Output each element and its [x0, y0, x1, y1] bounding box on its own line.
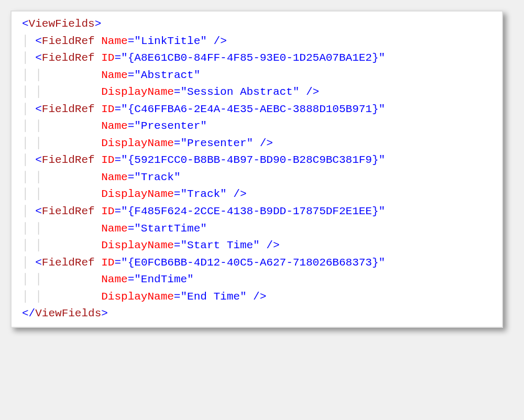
bracket: </ [22, 307, 35, 319]
equals: = [128, 223, 135, 235]
code-line: │ │ Name="StartTime" [22, 220, 497, 238]
bracket: /> [247, 291, 267, 303]
bracket: /> [253, 137, 273, 149]
bracket: /> [260, 239, 280, 251]
indent-guide: │ │ [22, 237, 101, 255]
indent-guide: │ │ [22, 271, 101, 289]
code-line: │ <FieldRef ID="{5921FCC0-B8BB-4B97-BD90… [22, 152, 497, 169]
code-line: │ │ DisplayName="Session Abstract" /> [22, 84, 497, 101]
bracket: /> [207, 35, 227, 47]
code-line: │ │ DisplayName="End Time" /> [22, 289, 497, 306]
code-line: │ │ DisplayName="Track" /> [22, 186, 497, 203]
equals: = [114, 257, 121, 269]
element-name: FieldRef [42, 35, 95, 47]
attr-value: "Track" [134, 171, 180, 183]
attr-name: DisplayName [101, 86, 174, 98]
bracket: > [95, 18, 102, 30]
equals: = [128, 120, 135, 132]
code-line: │ <FieldRef ID="{F485F624-2CCE-4138-B9DD… [22, 203, 497, 220]
indent-guide: │ [22, 33, 35, 50]
attr-name: ID [101, 154, 114, 166]
element-name: FieldRef [42, 103, 95, 115]
equals: = [128, 35, 135, 47]
equals: = [174, 137, 181, 149]
attr-name: ID [101, 257, 114, 269]
attr-value: "End Time" [180, 291, 246, 303]
equals: = [114, 154, 121, 166]
attr-value: "{E0FCB6BB-4D12-40C5-A627-718026B68373}" [121, 257, 385, 269]
code-line: │ │ DisplayName="Start Time" /> [22, 237, 497, 255]
code-line: │ <FieldRef ID="{E0FCB6BB-4D12-40C5-A627… [22, 255, 497, 272]
attr-name: Name [101, 171, 127, 183]
attr-value: "StartTime" [134, 223, 207, 235]
attr-name: Name [101, 35, 127, 47]
equals: = [174, 291, 181, 303]
bracket: < [35, 103, 42, 115]
attr-name: DisplayName [101, 188, 174, 200]
code-line: │ <FieldRef Name="LinkTitle" /> [22, 33, 497, 50]
attr-value: "{C46FFBA6-2E4A-4E35-AEBC-3888D105B971}" [121, 103, 385, 115]
equals: = [128, 69, 135, 81]
code-line: │ │ DisplayName="Presenter" /> [22, 135, 497, 152]
attr-value: "{5921FCC0-B8BB-4B97-BD90-B28C9BC381F9}" [121, 154, 385, 166]
indent-guide: │ │ [22, 186, 101, 203]
element-name: FieldRef [42, 205, 95, 217]
element-name: FieldRef [42, 154, 95, 166]
indent-guide: │ │ [22, 169, 101, 186]
indent-guide: │ [22, 50, 35, 67]
bracket: /> [299, 86, 319, 98]
code-line: │ │ Name="Presenter" [22, 118, 497, 135]
element-name: ViewFields [35, 307, 101, 319]
equals: = [128, 273, 135, 285]
element-name: FieldRef [42, 52, 95, 64]
bracket: > [101, 307, 108, 319]
indent-guide: │ │ [22, 289, 101, 306]
attr-value: "Presenter" [134, 120, 207, 132]
element-name: FieldRef [42, 257, 95, 269]
xml-code-block: <ViewFields> │ <FieldRef Name="LinkTitle… [10, 10, 503, 328]
attr-value: "EndTime" [134, 273, 193, 285]
code-line: </ViewFields> [22, 305, 497, 323]
attr-value: "Presenter" [180, 137, 253, 149]
indent-guide: │ [22, 203, 35, 220]
indent-guide: │ [22, 101, 35, 118]
attr-name: DisplayName [101, 291, 174, 303]
attr-name: DisplayName [101, 137, 174, 149]
equals: = [174, 188, 181, 200]
code-line: │ <FieldRef ID="{C46FFBA6-2E4A-4E35-AEBC… [22, 101, 497, 118]
attr-name: Name [101, 273, 127, 285]
code-line: <ViewFields> [22, 16, 497, 33]
indent-guide: │ [22, 255, 35, 272]
attr-name: Name [101, 69, 127, 81]
indent-guide: │ │ [22, 220, 101, 238]
code-line: │ │ Name="EndTime" [22, 271, 497, 289]
code-line: │ <FieldRef ID="{A8E61CB0-84FF-4F85-93E0… [22, 50, 497, 67]
indent-guide: │ │ [22, 118, 101, 135]
element-name: ViewFields [29, 18, 95, 30]
attr-name: ID [101, 205, 114, 217]
attr-value: "Track" [180, 188, 226, 200]
equals: = [174, 239, 181, 251]
attr-name: ID [101, 103, 114, 115]
code-line: │ │ Name="Track" [22, 169, 497, 186]
attr-value: "{F485F624-2CCE-4138-B9DD-17875DF2E1EE}" [121, 205, 385, 217]
attr-name: Name [101, 223, 127, 235]
equals: = [128, 171, 135, 183]
attr-value: "{A8E61CB0-84FF-4F85-93E0-1D25A07BA1E2}" [121, 52, 385, 64]
attr-value: "Start Time" [180, 239, 259, 251]
bracket: < [35, 205, 42, 217]
indent-guide: │ │ [22, 135, 101, 152]
equals: = [114, 103, 121, 115]
attr-name: ID [101, 52, 114, 64]
bracket: /> [227, 188, 247, 200]
code-line: │ │ Name="Abstract" [22, 67, 497, 84]
bracket: < [22, 18, 29, 30]
bracket: < [35, 257, 42, 269]
attr-name: Name [101, 120, 127, 132]
bracket: < [35, 35, 42, 47]
indent-guide: │ │ [22, 84, 101, 101]
attr-value: "LinkTitle" [134, 35, 207, 47]
attr-value: "Session Abstract" [180, 86, 299, 98]
indent-guide: │ [22, 152, 35, 169]
equals: = [174, 86, 181, 98]
